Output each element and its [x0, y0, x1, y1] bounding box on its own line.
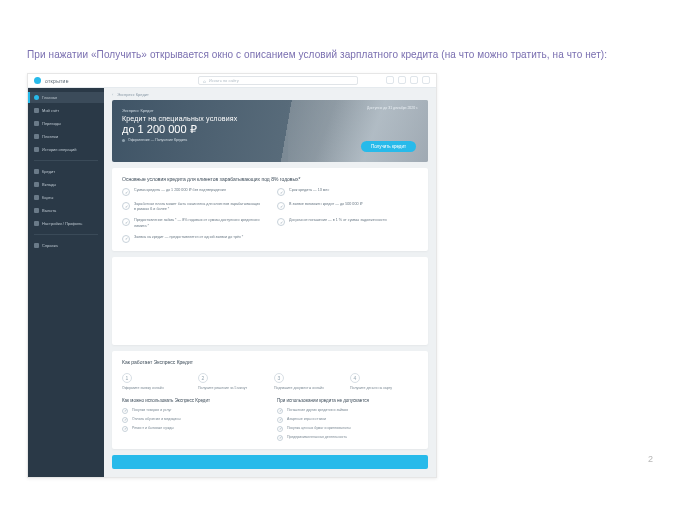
condition-text: Заявка на кредит — предоставляется от од… — [134, 235, 243, 240]
deposits-icon — [34, 182, 39, 187]
check-icon — [122, 408, 128, 414]
help-icon — [34, 243, 39, 248]
step-item: 3 Подпишите документы онлайн — [274, 373, 342, 391]
sidebar-item-help[interactable]: Справка — [28, 240, 104, 251]
sidebar-item-payments[interactable]: Платежи — [28, 131, 104, 142]
usage-text: Предпринимательская деятельность — [287, 435, 347, 440]
conditions-title: Основные условия кредита для клиентов за… — [122, 176, 418, 182]
usage-item: Азартные игры и ставки — [277, 417, 418, 423]
how-it-works-card: Как работает Экспресс Кредит 1 Оформите … — [112, 351, 428, 449]
allowed-usage: Как можно использовать Экспресс Кредит П… — [122, 398, 263, 441]
check-icon — [277, 408, 283, 414]
sidebar-item-credit[interactable]: Кредит — [28, 166, 104, 177]
denied-usage: При использовании кредита не допускается… — [277, 398, 418, 441]
sidebar-item-label: Валюта — [42, 208, 56, 213]
condition-item: Предоставление займа * — 8% годовых от с… — [122, 218, 263, 228]
condition-text: В заявке возможен кредит — до 500 000 ₽ — [289, 202, 363, 207]
step-number: 3 — [274, 373, 284, 383]
check-icon — [277, 188, 285, 196]
step-number: 2 — [198, 373, 208, 383]
gear-icon — [34, 221, 39, 226]
sidebar-item-home[interactable]: Главная — [28, 92, 104, 103]
hero-banner: Доступно до 31 декабря 2020 г. Экспресс … — [112, 100, 428, 162]
sidebar-item-cards[interactable]: Карты — [28, 192, 104, 203]
sidebar-item-label: Вклады — [42, 182, 56, 187]
sidebar-item-settings[interactable]: Настройки / Профиль — [28, 218, 104, 229]
condition-item: Досрочное погашение — в 1 % от суммы зад… — [277, 218, 418, 228]
condition-text: Заработная плата может быть начислена дл… — [134, 202, 263, 212]
steps-title: Как работает Экспресс Кредит — [122, 359, 418, 365]
condition-item: Заработная плата может быть начислена дл… — [122, 202, 263, 212]
sidebar: Главная Мой счёт Переводы Платежи Истори… — [28, 88, 104, 477]
condition-item: Срок кредита — 13 мес — [277, 188, 418, 196]
sidebar-item-label: Карты — [42, 195, 53, 200]
topbar-action-icon[interactable] — [398, 76, 406, 84]
step-label: Оформите заявку онлайн — [122, 386, 164, 391]
usage-text: Покупка ценных бумаг и криптовалюты — [287, 426, 351, 431]
usage-text: Азартные игры и ставки — [287, 417, 326, 422]
check-icon — [277, 218, 285, 226]
sidebar-item-label: История операций — [42, 147, 76, 152]
usage-item: Покупки товаров и услуг — [122, 408, 263, 414]
check-icon — [122, 417, 128, 423]
credit-icon — [34, 169, 39, 174]
payments-icon — [34, 134, 39, 139]
topbar-action-icon[interactable] — [422, 76, 430, 84]
check-icon — [277, 426, 283, 432]
step-number: 1 — [122, 373, 132, 383]
step-item: 4 Получите деньги на карту — [350, 373, 418, 391]
get-credit-button[interactable]: Получить кредит — [361, 141, 416, 152]
usage-item: Покупка ценных бумаг и криптовалюты — [277, 426, 418, 432]
denied-title: При использовании кредита не допускается — [277, 398, 418, 404]
cards-icon — [34, 195, 39, 200]
main-content: ‹ Экспресс Кредит Доступно до 31 декабря… — [104, 88, 436, 477]
sidebar-separator — [34, 234, 98, 235]
condition-item: Заявка на кредит — предоставляется от од… — [122, 235, 263, 243]
breadcrumb-label: Экспресс Кредит — [117, 92, 149, 97]
dot-icon — [122, 139, 125, 142]
check-icon — [277, 435, 283, 441]
home-icon — [34, 95, 39, 100]
breadcrumb: ‹ Экспресс Кредит — [104, 88, 436, 100]
search-input[interactable]: ⌕ Искать по сайту — [198, 76, 358, 85]
brand-name: открытие — [45, 78, 69, 84]
step-item: 1 Оформите заявку онлайн — [122, 373, 190, 391]
check-icon — [122, 218, 130, 226]
page-number: 2 — [648, 454, 653, 464]
slide-caption: При нажатии «Получить» открывается окно … — [27, 49, 607, 60]
sidebar-item-currency[interactable]: Валюта — [28, 205, 104, 216]
check-icon — [122, 202, 130, 210]
placeholder-card — [112, 257, 428, 345]
search-icon: ⌕ — [203, 78, 206, 84]
topbar-action-icon[interactable] — [386, 76, 394, 84]
topbar-action-icon[interactable] — [410, 76, 418, 84]
usage-text: Оплата обучения и медицины — [132, 417, 181, 422]
search-placeholder: Искать по сайту — [209, 78, 239, 83]
app-screenshot: открытие ⌕ Искать по сайту Главная Мой с… — [27, 73, 437, 478]
brand-logo-icon — [34, 77, 41, 84]
sidebar-item-account[interactable]: Мой счёт — [28, 105, 104, 116]
currency-icon — [34, 208, 39, 213]
sidebar-item-deposits[interactable]: Вклады — [28, 179, 104, 190]
condition-item: В заявке возможен кредит — до 500 000 ₽ — [277, 202, 418, 212]
condition-item: Сумма кредита — до 1 200 000 ₽ без подтв… — [122, 188, 263, 196]
sidebar-item-label: Настройки / Профиль — [42, 221, 82, 226]
usage-item: Оплата обучения и медицины — [122, 417, 263, 423]
hero-deadline: Доступно до 31 декабря 2020 г. — [367, 106, 418, 110]
check-icon — [277, 417, 283, 423]
sidebar-separator — [34, 160, 98, 161]
condition-text: Сумма кредита — до 1 200 000 ₽ без подтв… — [134, 188, 226, 193]
sidebar-item-history[interactable]: История операций — [28, 144, 104, 155]
step-label: Получите деньги на карту — [350, 386, 392, 391]
transfer-icon — [34, 121, 39, 126]
step-number: 4 — [350, 373, 360, 383]
usage-text: Покупки товаров и услуг — [132, 408, 172, 413]
bottom-cta-bar[interactable] — [112, 455, 428, 469]
sidebar-item-label: Мой счёт — [42, 108, 59, 113]
condition-text: Предоставление займа * — 8% годовых от с… — [134, 218, 263, 228]
step-item: 2 Получите решение за 5 минут — [198, 373, 266, 391]
sidebar-item-label: Платежи — [42, 134, 58, 139]
back-icon[interactable]: ‹ — [112, 92, 113, 97]
history-icon — [34, 147, 39, 152]
sidebar-item-transfers[interactable]: Переводы — [28, 118, 104, 129]
